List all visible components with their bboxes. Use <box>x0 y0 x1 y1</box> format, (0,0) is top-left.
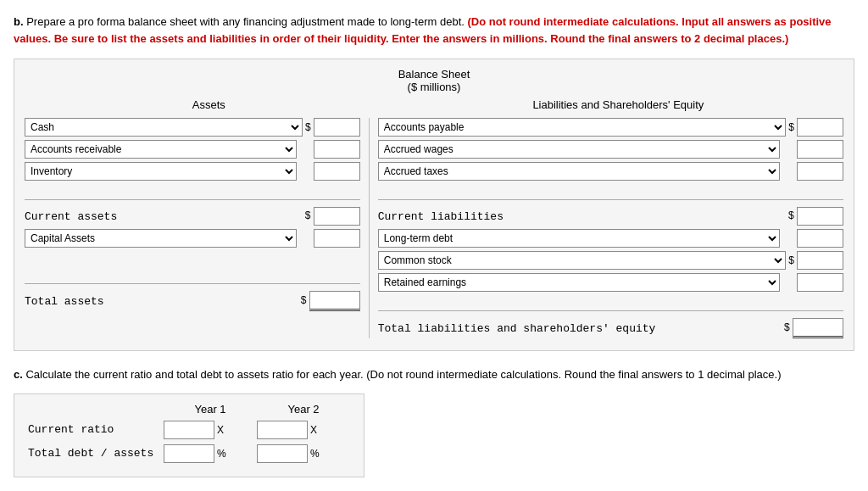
current-ratio-row: Current ratio X X <box>28 421 350 439</box>
accrued-wages-select[interactable]: Accrued wages <box>378 140 780 159</box>
bs-header-assets: Assets <box>25 98 393 111</box>
current-ratio-year1-unit: X <box>217 424 224 436</box>
total-debt-year2-unit: % <box>310 448 320 460</box>
inventory-input[interactable] <box>314 162 360 181</box>
current-ratio-year2-input[interactable] <box>257 421 308 439</box>
bs-title-line2: ($ millions) <box>25 81 843 93</box>
current-ratio-label: Current ratio <box>28 423 164 436</box>
accounts-payable-dollar: $ <box>788 121 794 133</box>
accrued-wages-row: Accrued wages <box>378 140 843 159</box>
current-assets-label: Current assets <box>25 210 303 223</box>
total-liabilities-label: Total liabilities and shareholders' equi… <box>378 322 782 335</box>
total-debt-year1-group: % <box>164 444 257 463</box>
current-liabilities-dollar: $ <box>788 210 794 222</box>
total-debt-year1-unit: % <box>217 448 226 460</box>
section-c: c. Calculate the current ratio and total… <box>14 366 854 477</box>
current-assets-input-wrap: $ <box>303 207 360 226</box>
part-c-main: Calculate the current ratio and total de… <box>25 368 363 381</box>
current-liabilities-label: Current liabilities <box>378 210 786 223</box>
ratio-label-header <box>28 403 164 416</box>
liabilities-column: Accounts payable $ Accrued wages Accrued… <box>369 118 843 338</box>
cash-dollar: $ <box>305 121 311 133</box>
bs-header-liabilities: Liabilities and Shareholders' Equity <box>393 98 843 111</box>
capital-assets-input[interactable] <box>314 229 360 248</box>
current-liabilities-input[interactable] <box>797 207 843 226</box>
total-debt-label: Total debt / assets <box>28 447 164 460</box>
total-debt-year2-input[interactable] <box>257 444 308 463</box>
ratio-year1-header: Year 1 <box>164 403 257 416</box>
longterm-debt-row: Long-term debt <box>378 229 843 248</box>
bs-title: Balance Sheet ($ millions) <box>25 68 843 93</box>
current-liabilities-input-wrap: $ <box>786 207 843 226</box>
accounts-payable-input[interactable] <box>797 118 843 137</box>
retained-earnings-select[interactable]: Retained earnings <box>378 273 780 292</box>
longterm-debt-select[interactable]: Long-term debt <box>378 229 780 248</box>
total-assets-input[interactable] <box>309 291 360 311</box>
total-assets-label: Total assets <box>25 295 298 308</box>
accounts-receivable-input[interactable] <box>314 140 360 159</box>
current-assets-dollar: $ <box>305 210 311 222</box>
current-assets-row: Current assets $ <box>25 207 360 226</box>
current-ratio-year2-unit: X <box>310 424 317 436</box>
cash-input[interactable] <box>314 118 360 137</box>
common-stock-dollar: $ <box>788 254 794 266</box>
total-debt-year2-group: % <box>257 444 350 463</box>
current-ratio-year1-group: X <box>164 421 257 439</box>
current-liabilities-row: Current liabilities $ <box>378 207 843 226</box>
accounts-receivable-row: Accounts receivable <box>25 140 360 159</box>
cash-row: Cash $ <box>25 118 360 137</box>
ratio-table: Year 1 Year 2 Current ratio X X Total de… <box>14 393 364 477</box>
total-debt-year1-input[interactable] <box>164 444 214 463</box>
balance-sheet-container: Balance Sheet ($ millions) Assets Liabil… <box>14 59 854 351</box>
accrued-wages-input[interactable] <box>797 140 843 159</box>
accrued-taxes-input[interactable] <box>797 162 843 181</box>
total-liabilities-input-wrap: $ <box>782 318 843 338</box>
accounts-payable-select[interactable]: Accounts payable <box>378 118 787 137</box>
part-c-instructions: c. Calculate the current ratio and total… <box>14 366 854 383</box>
current-assets-input[interactable] <box>314 207 360 226</box>
ratio-year2-header: Year 2 <box>257 403 350 416</box>
accrued-taxes-select[interactable]: Accrued taxes <box>378 162 780 181</box>
inventory-row: Inventory <box>25 162 360 181</box>
current-ratio-year1-input[interactable] <box>164 421 214 439</box>
part-b-prefix: b. <box>14 15 26 28</box>
accounts-payable-row: Accounts payable $ <box>378 118 843 137</box>
capital-assets-row: Capital Assets <box>25 229 360 248</box>
total-liabilities-input[interactable] <box>793 318 843 338</box>
cash-select[interactable]: Cash <box>25 118 303 137</box>
retained-earnings-input[interactable] <box>797 273 843 292</box>
total-liabilities-row: Total liabilities and shareholders' equi… <box>378 318 843 338</box>
part-c-bold: (Do not round intermediate calculations.… <box>366 368 781 381</box>
retained-earnings-row: Retained earnings <box>378 273 843 292</box>
total-liabilities-dollar: $ <box>784 322 790 334</box>
ratio-header: Year 1 Year 2 <box>28 403 350 416</box>
capital-assets-select[interactable]: Capital Assets <box>25 229 297 248</box>
part-c-prefix: c. <box>14 368 25 381</box>
accrued-taxes-row: Accrued taxes <box>378 162 843 181</box>
total-debt-row: Total debt / assets % % <box>28 444 350 463</box>
total-assets-dollar: $ <box>301 295 307 307</box>
bs-title-line1: Balance Sheet <box>25 68 843 81</box>
current-ratio-year2-group: X <box>257 421 350 439</box>
common-stock-select[interactable]: Common stock <box>378 251 787 270</box>
common-stock-input[interactable] <box>797 251 843 270</box>
part-b-main: Prepare a pro forma balance sheet with a… <box>26 15 465 28</box>
total-assets-row: Total assets $ <box>25 291 360 311</box>
assets-column: Cash $ Accounts receivable Inventory <box>25 118 369 338</box>
total-assets-input-wrap: $ <box>298 291 360 311</box>
longterm-debt-input[interactable] <box>797 229 843 248</box>
common-stock-row: Common stock $ <box>378 251 843 270</box>
inventory-select[interactable]: Inventory <box>25 162 297 181</box>
accounts-receivable-select[interactable]: Accounts receivable <box>25 140 297 159</box>
